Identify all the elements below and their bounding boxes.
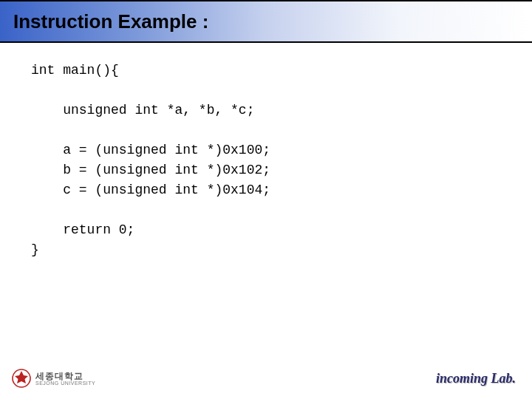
lab-name: incoming Lab. [436,371,516,386]
footer: 세종대학교 SEJONG UNIVERSITY incoming Lab. [0,365,532,392]
code-line-7: c = (unsigned int *)0x104; [31,183,270,197]
code-line-9: return 0; [31,222,134,237]
logo-emblem-icon [12,369,31,388]
university-name-en: SEJONG UNIVERSITY [35,381,95,386]
code-block: int main(){ unsigned int *a, *b, *c; a =… [0,43,532,260]
university-name-kr: 세종대학교 [35,372,95,381]
slide: Instruction Example : int main(){ unsign… [0,0,532,399]
university-logo: 세종대학교 SEJONG UNIVERSITY [12,369,95,388]
code-line-3: unsigned int *a, *b, *c; [31,103,254,117]
logo-text: 세종대학교 SEJONG UNIVERSITY [35,372,95,386]
slide-title: Instruction Example : [13,10,208,33]
code-line-10: } [31,242,39,257]
code-line-6: b = (unsigned int *)0x102; [31,163,270,177]
code-line-5: a = (unsigned int *)0x100; [31,143,270,157]
title-band: Instruction Example : [0,0,532,43]
code-line-1: int main(){ [31,63,119,78]
